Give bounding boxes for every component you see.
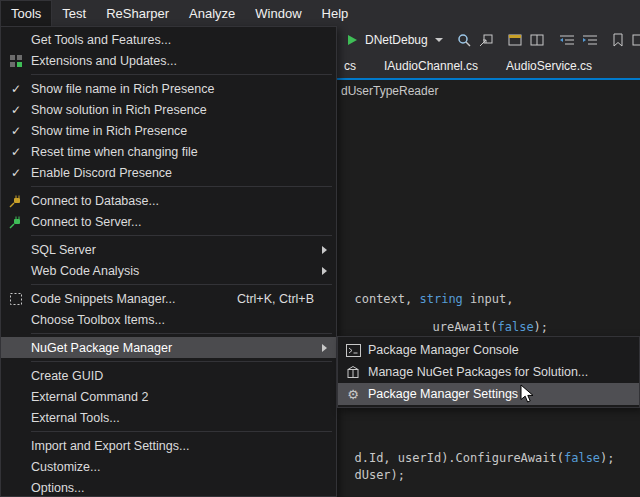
database-icon [1, 194, 31, 208]
menu-item-label: External Tools... [31, 411, 120, 425]
menu-item-connect-to-database[interactable]: Connect to Database... [1, 190, 336, 211]
gear-icon: ⚙ [338, 388, 368, 401]
submenu-arrow-icon [322, 344, 327, 352]
breadcrumb-text: dUserTypeReader [341, 84, 438, 98]
check-icon: ✓ [1, 82, 31, 96]
submenu-arrow-icon [322, 267, 327, 275]
menubar-item-label: Analyze [189, 6, 235, 21]
code-token: ureAwait( [432, 320, 497, 334]
menu-item-nuget-package-manager[interactable]: NuGet Package Manager [1, 337, 336, 358]
check-icon: ✓ [1, 124, 31, 138]
breadcrumb[interactable]: dUserTypeReader [337, 82, 640, 100]
menu-item-import-export-settings[interactable]: Import and Export Settings... [1, 435, 336, 456]
menu-item-extensions-and-updates[interactable]: Extensions and Updates... [1, 50, 336, 71]
code-token: ); [534, 320, 548, 334]
menubar-item-help[interactable]: Help [312, 0, 359, 26]
server-icon [1, 215, 31, 229]
menu-item-options[interactable]: Options... [1, 477, 336, 497]
menu-separator [31, 431, 332, 432]
menubar-item-label: Tools [11, 6, 41, 21]
menu-item-code-snippets-manager[interactable]: Code Snippets Manager... Ctrl+K, Ctrl+B [1, 288, 336, 309]
menu-item-label: Create GUID [31, 369, 103, 383]
play-icon[interactable] [347, 31, 358, 49]
submenu-item-manage-nuget-packages-for-solution[interactable]: Manage NuGet Packages for Solution... [338, 361, 639, 383]
new-window-icon[interactable] [508, 31, 523, 49]
menubar-item-resharper[interactable]: ReSharper [96, 0, 179, 26]
document-tab-iaudiochannel[interactable]: IAudioChannel.cs [380, 59, 482, 73]
menu-item-show-time-rich-presence[interactable]: ✓ Show time in Rich Presence [1, 120, 336, 141]
code-line: se); [340, 484, 383, 497]
toolbar: DNetDebug [337, 26, 640, 54]
menubar-item-label: Test [62, 6, 86, 21]
console-icon [338, 344, 368, 357]
debug-target-label[interactable]: DNetDebug [365, 33, 428, 47]
menu-item-create-guid[interactable]: Create GUID [1, 365, 336, 386]
code-line: context, string input, [340, 278, 513, 306]
menu-item-shortcut: Ctrl+K, Ctrl+B [237, 292, 332, 306]
menu-item-web-code-analysis[interactable]: Web Code Analysis [1, 260, 336, 281]
menu-item-get-tools-and-features[interactable]: Get Tools and Features... [1, 29, 336, 50]
menu-item-choose-toolbox-items[interactable]: Choose Toolbox Items... [1, 309, 336, 330]
split-window-icon[interactable] [530, 31, 545, 49]
code-token: false [497, 320, 533, 334]
menu-item-label: Code Snippets Manager... [31, 292, 176, 306]
menubar-item-window[interactable]: Window [245, 0, 311, 26]
code-token: context, [354, 292, 419, 306]
code-token: string [419, 292, 462, 306]
bookmark-icon[interactable] [612, 31, 624, 49]
attach-icon[interactable] [479, 31, 494, 49]
menubar-item-analyze[interactable]: Analyze [179, 0, 245, 26]
code-line: dUser); [340, 454, 405, 482]
menu-item-label: Import and Export Settings... [31, 439, 189, 453]
menu-item-show-file-name-rich-presence[interactable]: ✓ Show file name in Rich Presence [1, 78, 336, 99]
menu-item-enable-discord-presence[interactable]: ✓ Enable Discord Presence [1, 162, 336, 183]
menu-item-reset-time-when-changing-file[interactable]: ✓ Reset time when changing file [1, 141, 336, 162]
find-icon[interactable] [457, 31, 472, 49]
code-token: false [564, 451, 600, 465]
document-tab[interactable]: cs [340, 59, 360, 73]
menu-separator [31, 235, 332, 236]
tab-label: IAudioChannel.cs [384, 59, 478, 73]
menu-item-label: Web Code Analysis [31, 264, 139, 278]
menu-item-label: Choose Toolbox Items... [31, 313, 165, 327]
box-icon[interactable] [631, 31, 640, 49]
extensions-icon [1, 54, 31, 68]
menu-item-label: Enable Discord Presence [31, 166, 172, 180]
tools-dropdown-menu: Get Tools and Features... Extensions and… [0, 26, 337, 497]
menu-separator [31, 186, 332, 187]
menubar-item-test[interactable]: Test [52, 0, 96, 26]
submenu-item-label: Manage NuGet Packages for Solution... [368, 365, 588, 379]
menu-item-label: SQL Server [31, 243, 96, 257]
menu-item-sql-server[interactable]: SQL Server [1, 239, 336, 260]
menu-item-customize[interactable]: Customize... [1, 456, 336, 477]
menu-item-connect-to-server[interactable]: Connect to Server... [1, 211, 336, 232]
menu-item-external-command-2[interactable]: External Command 2 [1, 386, 336, 407]
menubar: Tools Test ReSharper Analyze Window Help [0, 0, 640, 26]
indent-left-icon[interactable] [559, 31, 575, 49]
menu-separator [31, 284, 332, 285]
menu-item-label: Connect to Server... [31, 215, 141, 229]
check-icon: ✓ [1, 145, 31, 159]
code-token: input, [463, 292, 514, 306]
menu-item-external-tools[interactable]: External Tools... [1, 407, 336, 428]
indent-right-icon[interactable] [582, 31, 598, 49]
submenu-item-package-manager-settings[interactable]: ⚙ Package Manager Settings [338, 383, 639, 405]
dropdown-caret-icon[interactable] [435, 38, 443, 42]
menu-item-label: Options... [31, 481, 85, 495]
menu-item-label: Customize... [31, 460, 100, 474]
menu-separator [31, 361, 332, 362]
menu-item-label: NuGet Package Manager [31, 341, 172, 355]
menu-item-show-solution-rich-presence[interactable]: ✓ Show solution in Rich Presence [1, 99, 336, 120]
check-icon: ✓ [1, 103, 31, 117]
submenu-item-package-manager-console[interactable]: Package Manager Console [338, 339, 639, 361]
document-tab-audioservice[interactable]: AudioService.cs [502, 59, 596, 73]
code-token: dUser); [354, 468, 405, 482]
check-icon: ✓ [1, 166, 31, 180]
menubar-item-tools[interactable]: Tools [0, 0, 52, 26]
menu-item-label: Show solution in Rich Presence [31, 103, 207, 117]
menu-item-label: External Command 2 [31, 390, 148, 404]
submenu-item-label: Package Manager Settings [368, 387, 518, 401]
menubar-item-label: ReSharper [106, 6, 169, 21]
menubar-item-label: Window [255, 6, 301, 21]
menu-separator [31, 333, 332, 334]
